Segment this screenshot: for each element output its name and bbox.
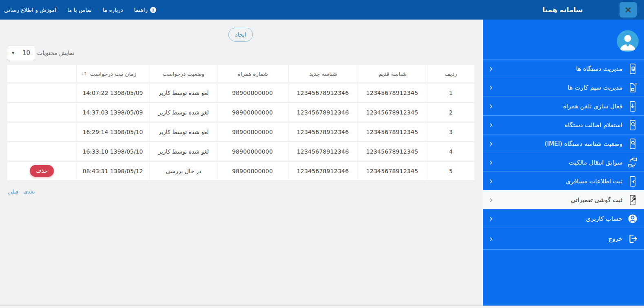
column-header-4[interactable]: وضعیت درخواست xyxy=(150,65,217,82)
cell-new_id: 12345678912346 xyxy=(288,84,358,102)
sidebar-item-label: مدیریت سیم کارت ها xyxy=(568,84,622,91)
avatar-person-icon xyxy=(617,30,639,52)
sidebar-item-sim-management[interactable]: مدیریت سیم کارت ها‹ xyxy=(483,78,644,97)
sidebar-item-traveler-info[interactable]: ثبت اطلاعات مسافری‹ xyxy=(483,172,644,190)
column-header-3[interactable]: شماره همراه xyxy=(217,65,288,82)
create-button[interactable]: ایجاد xyxy=(228,28,252,42)
transfer-icon xyxy=(626,156,639,169)
cell-index: 4 xyxy=(427,142,474,161)
cell-action xyxy=(7,103,76,121)
sidebar-item-phone-activation[interactable]: فعال سازی تلفن همراه‹ xyxy=(483,97,644,115)
close-button[interactable]: ✕ xyxy=(620,2,637,18)
sidebar-item-authenticity-inquiry[interactable]: استعلام اصالت دستگاه‹ xyxy=(483,115,644,134)
imei-search-icon xyxy=(626,138,639,150)
phone-activation-icon xyxy=(626,100,639,112)
nav-item-label: تماس با ما xyxy=(67,7,92,13)
cell-old_id: 12345678912345 xyxy=(358,84,427,102)
sidebar-item-repair-registration[interactable]: ثبت گوشی تعمیراتی‹ xyxy=(483,190,644,209)
cell-mobile: 98900000000 xyxy=(217,162,288,180)
topbar-nav: آموزش و اطلاع رسانیتماس با مادرباره مارا… xyxy=(0,7,156,13)
cell-time: 08:43:31 1398/05/12 xyxy=(76,162,150,180)
pagination-prev[interactable]: قبلی xyxy=(8,188,18,195)
sidebar-item-label: استعلام اصالت دستگاه xyxy=(564,121,622,129)
cell-index: 1 xyxy=(427,84,474,102)
page-size-select[interactable]: ▼ 10 xyxy=(7,46,35,60)
column-header-0[interactable]: ردیف xyxy=(427,65,474,82)
cell-old_id: 12345678912345 xyxy=(358,142,427,161)
column-header-5[interactable]: زمان ثبت درخواست↑↓ xyxy=(76,65,150,82)
cell-index: 3 xyxy=(427,123,474,141)
table-row: 3123456789123451234567891234698900000000… xyxy=(7,123,474,141)
cell-action: حذف xyxy=(7,162,76,180)
sidebar-item-label: مدیریت دستگاه ها xyxy=(576,65,622,73)
info-icon: i xyxy=(150,7,156,13)
cell-status: لغو شده توسط کاربر xyxy=(150,142,217,161)
cell-index: 5 xyxy=(427,162,474,180)
cell-time: 16:33:10 1398/05/10 xyxy=(76,142,150,161)
nav-item-help[interactable]: راهنماi xyxy=(134,7,156,13)
cell-time: 14:37:03 1398/05/09 xyxy=(76,103,150,121)
close-icon: ✕ xyxy=(624,6,632,14)
create-row: ایجاد xyxy=(0,28,481,42)
page-size-group: نمایش محتویات ▼ 10 xyxy=(7,46,75,60)
chevron-left-icon: ‹ xyxy=(489,176,493,186)
chevron-left-icon: ‹ xyxy=(489,83,493,92)
device-management-icon xyxy=(626,63,639,75)
chevron-left-icon: ‹ xyxy=(489,234,493,244)
cell-old_id: 12345678912345 xyxy=(358,162,427,180)
sidebar-item-label: فعال سازی تلفن همراه xyxy=(563,103,622,110)
sidebar-item-label: حساب کاربری xyxy=(586,215,622,222)
column-header-actions[interactable] xyxy=(7,65,76,82)
column-header-label: وضعیت درخواست xyxy=(163,70,204,77)
sidebar: مدیریت دستگاه ها‹مدیریت سیم کارت ها‹فعال… xyxy=(481,20,644,308)
sim-card-icon xyxy=(626,81,639,94)
chevron-left-icon: ‹ xyxy=(489,139,493,148)
nav-item-about-us[interactable]: درباره ما xyxy=(103,7,123,13)
cell-new_id: 12345678912346 xyxy=(288,103,358,121)
nav-item-label: راهنما xyxy=(134,7,148,13)
column-header-label: شماره همراه xyxy=(238,70,268,77)
sidebar-item-imei-status[interactable]: وضعیت شناسه دستگاه (IMEI)‹ xyxy=(483,134,644,153)
nav-item-label: درباره ما xyxy=(103,7,123,13)
chevron-left-icon: ‹ xyxy=(489,214,493,223)
table-header-row: ردیفشناسه قدیمشناسه جدیدشماره همراهوضعیت… xyxy=(7,65,474,82)
table-row: 2123456789123451234567891234698900000000… xyxy=(7,103,474,121)
sidebar-menu: مدیریت دستگاه ها‹مدیریت سیم کارت ها‹فعال… xyxy=(483,59,644,250)
cell-action xyxy=(7,123,76,141)
delete-button[interactable]: حذف xyxy=(30,165,53,177)
cell-mobile: 98900000000 xyxy=(217,103,288,121)
cell-action xyxy=(7,84,76,102)
phone-airplane-icon xyxy=(626,175,639,187)
requests-table: ردیفشناسه قدیمشناسه جدیدشماره همراهوضعیت… xyxy=(7,64,474,181)
cell-mobile: 98900000000 xyxy=(217,84,288,102)
cell-status: لغو شده توسط کاربر xyxy=(150,123,217,141)
sidebar-item-label: ثبت گوشی تعمیراتی xyxy=(571,196,622,204)
chevron-left-icon: ‹ xyxy=(489,101,493,111)
chevron-left-icon: ‹ xyxy=(489,120,493,130)
window-bottom-edge xyxy=(0,306,644,308)
table-row: 5123456789123451234567891234698900000000… xyxy=(7,162,474,180)
cell-time: 16:29:14 1398/05/10 xyxy=(76,123,150,141)
sidebar-item-label: سوابق انتقال مالکیت xyxy=(569,159,622,166)
pagination: بعدی قبلی xyxy=(8,188,474,195)
sidebar-item-ownership-transfer[interactable]: سوابق انتقال مالکیت‹ xyxy=(483,153,644,172)
sidebar-item-user-account[interactable]: حساب کاربری‹ xyxy=(483,209,644,228)
cell-index: 2 xyxy=(427,103,474,121)
cell-new_id: 12345678912346 xyxy=(288,162,358,180)
sidebar-item-logout[interactable]: خروج‹ xyxy=(483,228,644,250)
sidebar-item-device-management[interactable]: مدیریت دستگاه ها‹ xyxy=(483,59,644,78)
column-header-label: شناسه قدیم xyxy=(378,70,407,77)
pagination-next[interactable]: بعدی xyxy=(23,188,35,195)
cell-mobile: 98900000000 xyxy=(217,123,288,141)
topbar-title-area: سامانه همتا ✕ xyxy=(481,0,644,20)
page-size-value: 10 xyxy=(22,49,30,57)
cell-status: در حال بررسی xyxy=(150,162,217,180)
column-header-label: ردیف xyxy=(445,70,457,77)
nav-item-contact-us[interactable]: تماس با ما xyxy=(67,7,92,13)
table-row: 1123456789123451234567891234698900000000… xyxy=(7,84,474,102)
column-header-2[interactable]: شناسه جدید xyxy=(288,65,358,82)
cell-old_id: 12345678912345 xyxy=(358,103,427,121)
nav-item-training-news[interactable]: آموزش و اطلاع رسانی xyxy=(4,7,56,13)
phone-search-icon xyxy=(626,119,639,131)
column-header-1[interactable]: شناسه قدیم xyxy=(358,65,427,82)
